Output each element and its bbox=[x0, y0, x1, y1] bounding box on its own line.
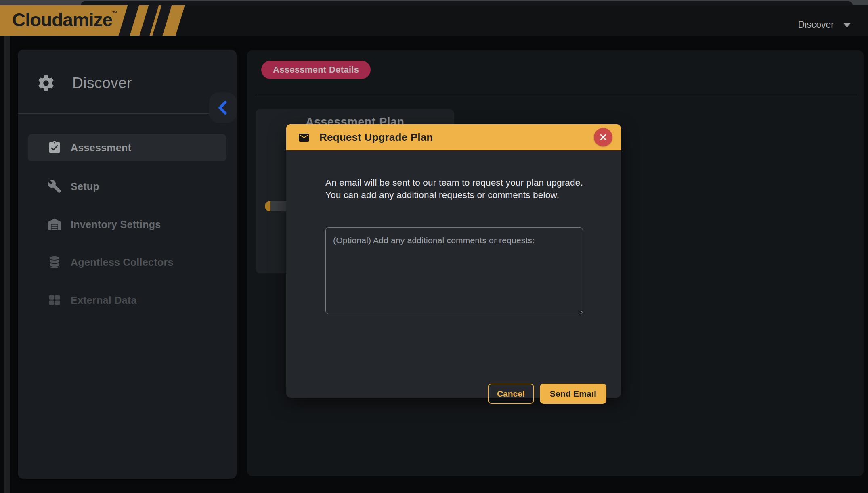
sidebar-item-setup[interactable]: Setup bbox=[28, 173, 226, 200]
tools-icon bbox=[47, 179, 62, 194]
plan-progress-fill bbox=[265, 201, 270, 211]
clipboard-check-icon bbox=[47, 140, 62, 155]
modal-actions: Cancel Send Email bbox=[488, 384, 606, 404]
top-bar: Cloudamize™ Discover bbox=[0, 5, 868, 36]
brand-banner: Cloudamize™ bbox=[0, 5, 185, 36]
send-email-button[interactable]: Send Email bbox=[540, 384, 606, 404]
brand-logo-text: Cloudamize bbox=[12, 9, 112, 30]
left-edge-strip bbox=[4, 36, 10, 493]
sidebar-item-label: Inventory Settings bbox=[71, 219, 161, 230]
assessment-details-badge[interactable]: Assessment Details bbox=[261, 61, 371, 79]
content-divider bbox=[256, 94, 858, 94]
chevron-left-icon bbox=[217, 101, 229, 115]
sidebar-item-label: Assessment bbox=[71, 142, 131, 154]
sidebar-item-assessment[interactable]: Assessment bbox=[28, 134, 226, 161]
browser-chrome-inner bbox=[81, 1, 853, 5]
brand-logo: Cloudamize™ bbox=[12, 9, 117, 31]
modal-body: An email will be sent to our team to req… bbox=[286, 150, 621, 398]
chevron-down-icon bbox=[843, 23, 851, 27]
warehouse-icon bbox=[47, 217, 62, 232]
brand-trademark: ™ bbox=[112, 10, 117, 16]
sidebar-item-inventory-settings[interactable]: Inventory Settings bbox=[28, 211, 226, 238]
account-dropdown-label: Discover bbox=[798, 19, 834, 30]
modal-title: Request Upgrade Plan bbox=[319, 131, 433, 144]
modal-close-button[interactable] bbox=[594, 128, 612, 146]
request-upgrade-modal: Request Upgrade Plan An email will be se… bbox=[286, 124, 621, 398]
account-dropdown[interactable]: Discover bbox=[798, 19, 851, 30]
assessment-details-label: Assessment Details bbox=[273, 65, 359, 75]
browser-chrome-strip bbox=[0, 0, 868, 5]
modal-description: An email will be sent to our team to req… bbox=[325, 176, 584, 201]
database-icon bbox=[47, 255, 62, 269]
sidebar-item-external-data[interactable]: External Data bbox=[28, 286, 226, 314]
sidebar: Discover Assessment Setup Inventory Sett… bbox=[18, 50, 237, 479]
sidebar-item-label: External Data bbox=[71, 295, 137, 306]
cancel-button[interactable]: Cancel bbox=[488, 384, 534, 404]
sidebar-item-label: Setup bbox=[71, 181, 99, 192]
email-icon bbox=[297, 132, 311, 144]
comments-textarea[interactable] bbox=[325, 227, 583, 314]
app-screen: Cloudamize™ Discover Discover Assessment bbox=[0, 0, 868, 493]
sidebar-menu: Assessment Setup Inventory Settings Agen… bbox=[18, 50, 237, 479]
close-icon bbox=[599, 133, 607, 141]
sidebar-collapse-button[interactable] bbox=[209, 92, 237, 123]
sidebar-item-label: Agentless Collectors bbox=[71, 257, 174, 268]
modal-header: Request Upgrade Plan bbox=[286, 124, 621, 150]
table-grid-icon bbox=[47, 293, 62, 307]
sidebar-item-agentless-collectors[interactable]: Agentless Collectors bbox=[28, 249, 226, 276]
banner-stripe bbox=[119, 5, 139, 36]
